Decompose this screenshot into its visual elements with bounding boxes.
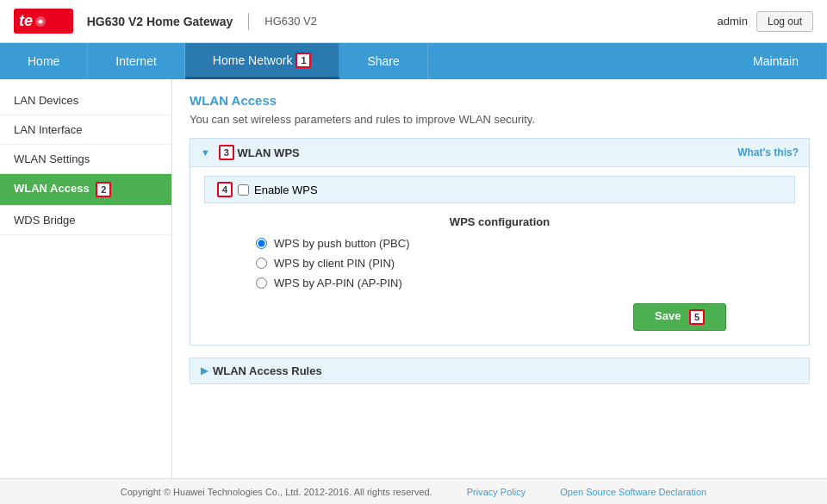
nav-internet-label: Internet	[115, 54, 156, 68]
page-description: You can set wireless parameters and rule…	[190, 113, 810, 126]
sidebar-wlan-settings-label: WLAN Settings	[14, 152, 90, 165]
nav-maintain-label: Maintain	[753, 54, 799, 68]
sidebar-wds-bridge-label: WDS Bridge	[14, 214, 76, 227]
logo: te data	[14, 9, 73, 34]
radio-row-pbc: WPS by push button (PBC)	[256, 237, 795, 250]
nav-bar: Home Internet Home Network 1 Share Maint…	[0, 43, 827, 79]
nav-home-network-label: Home Network	[213, 53, 293, 67]
nav-item-home[interactable]: Home	[0, 43, 88, 79]
nav-item-share[interactable]: Share	[339, 43, 427, 79]
wlan-wps-arrow-icon: ▼	[201, 147, 210, 158]
wps-radio-group: WPS by push button (PBC) WPS by client P…	[204, 237, 795, 289]
footer-open-source-link[interactable]: Open Source Software Declaration	[560, 487, 706, 497]
wps-sub-section: 4 Enable WPS WPS configuration WPS by pu…	[190, 167, 810, 345]
sidebar-item-lan-interface[interactable]: LAN Interface	[0, 115, 171, 145]
radio-ap-pin-label[interactable]: WPS by AP-PIN (AP-PIN)	[274, 277, 402, 289]
logout-button[interactable]: Log out	[756, 11, 813, 32]
sidebar-item-wds-bridge[interactable]: WDS Bridge	[0, 206, 171, 235]
radio-pbc[interactable]	[256, 238, 267, 249]
footer-copyright: Copyright © Huawei Technologies Co., Ltd…	[121, 487, 432, 497]
enable-wps-checkbox[interactable]	[238, 184, 249, 196]
wlan-access-rules-label: WLAN Access Rules	[213, 364, 322, 377]
sidebar-lan-interface-label: LAN Interface	[14, 123, 83, 136]
wlan-wps-section-header[interactable]: ▼ 3 WLAN WPS What's this?	[190, 138, 810, 167]
nav-item-home-network[interactable]: Home Network 1	[185, 43, 340, 79]
nav-share-label: Share	[367, 54, 399, 68]
content-area: WLAN Access You can set wireless paramet…	[172, 79, 827, 478]
radio-ap-pin[interactable]	[256, 277, 267, 289]
whats-this-link[interactable]: What's this?	[737, 146, 799, 159]
nav-badge-1: 1	[295, 53, 311, 68]
logo-te: te	[19, 12, 33, 30]
logo-data-text: data	[48, 16, 68, 27]
sidebar-item-wlan-access[interactable]: WLAN Access 2	[0, 174, 171, 206]
logo-area: te data HG630 V2 Home Gateway HG630 V2	[14, 9, 317, 34]
enable-wps-badge-4: 4	[217, 182, 233, 197]
nav-item-maintain[interactable]: Maintain	[725, 43, 827, 79]
sidebar-item-wlan-settings[interactable]: WLAN Settings	[0, 145, 171, 174]
section-badge-3: 3	[219, 145, 234, 160]
page-title: WLAN Access	[190, 93, 810, 108]
app-title: HG630 V2 Home Gateway	[87, 15, 233, 28]
save-badge-5: 5	[689, 309, 705, 325]
header-divider	[248, 13, 249, 30]
radio-pbc-label[interactable]: WPS by push button (PBC)	[274, 237, 410, 250]
wlan-access-rules-arrow-icon: ▶	[201, 365, 208, 376]
wps-config-title: WPS configuration	[204, 215, 795, 228]
wlan-wps-label: WLAN WPS	[238, 146, 300, 159]
sidebar-item-lan-devices[interactable]: LAN Devices	[0, 86, 171, 115]
app-subtitle: HG630 V2	[264, 15, 317, 28]
admin-label: admin	[718, 15, 748, 28]
sidebar: LAN Devices LAN Interface WLAN Settings …	[0, 79, 172, 478]
header: te data HG630 V2 Home Gateway HG630 V2 a…	[0, 0, 827, 43]
sidebar-lan-devices-label: LAN Devices	[14, 94, 78, 107]
footer-privacy-link[interactable]: Privacy Policy	[467, 487, 525, 497]
radio-pin-label[interactable]: WPS by client PIN (PIN)	[274, 257, 395, 270]
save-button-row: Save 5	[204, 303, 795, 331]
sidebar-wlan-access-label: WLAN Access	[14, 182, 90, 195]
save-button[interactable]: Save 5	[633, 303, 726, 331]
main-layout: LAN Devices LAN Interface WLAN Settings …	[0, 79, 827, 478]
wlan-access-rules-section-header[interactable]: ▶ WLAN Access Rules	[190, 358, 810, 384]
nav-spacer	[428, 43, 725, 79]
radio-row-pin: WPS by client PIN (PIN)	[256, 257, 795, 270]
logo-icon	[34, 16, 47, 28]
sidebar-badge-2: 2	[96, 182, 111, 197]
save-label: Save	[655, 309, 681, 322]
nav-item-internet[interactable]: Internet	[88, 43, 184, 79]
radio-pin[interactable]	[256, 258, 267, 269]
radio-row-ap-pin: WPS by AP-PIN (AP-PIN)	[256, 277, 795, 289]
footer: Copyright © Huawei Technologies Co., Ltd…	[0, 478, 827, 504]
enable-wps-label[interactable]: Enable WPS	[254, 184, 318, 196]
nav-home-label: Home	[28, 54, 59, 68]
enable-wps-row: 4 Enable WPS	[204, 176, 795, 203]
header-right: admin Log out	[718, 11, 813, 32]
